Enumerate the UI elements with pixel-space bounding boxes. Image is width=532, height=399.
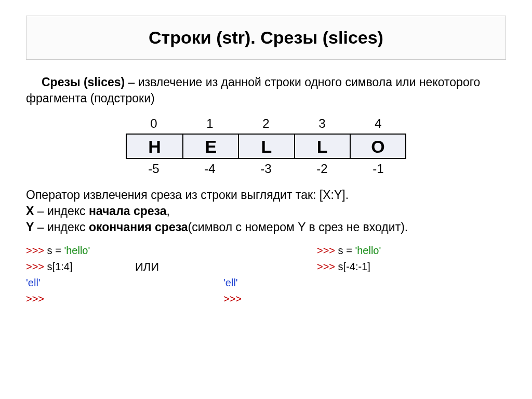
neg-idx-2: -3 <box>238 159 294 179</box>
code-col-left: >>> s = 'hello' >>> s[1:4] 'ell' >>> <box>26 243 135 307</box>
letter-cell-2: L <box>238 135 294 158</box>
explain-x-label: начала среза <box>89 204 167 218</box>
explain-line1: Оператор извлечения среза из строки выгл… <box>26 188 349 202</box>
code-line: >>> s[-4:-1] <box>317 259 405 275</box>
pos-idx-0: 0 <box>126 114 182 134</box>
code-col-or: ИЛИ <box>135 243 223 307</box>
code-line: >>> s = 'hello' <box>317 243 405 259</box>
explanation: Оператор извлечения среза из строки выгл… <box>26 187 506 235</box>
positive-index-row: 0 1 2 3 4 <box>126 114 406 134</box>
index-diagram: 0 1 2 3 4 H E L L O -5 -4 -3 -2 -1 <box>126 114 406 179</box>
letter-cell-4: O <box>350 135 405 158</box>
pos-idx-2: 2 <box>238 114 294 134</box>
letter-cell-3: L <box>294 135 350 158</box>
code-line: 'ell' <box>26 275 135 291</box>
code-examples: >>> s = 'hello' >>> s[1:4] 'ell' >>> ИЛИ… <box>26 243 506 307</box>
code-line: >>> <box>26 291 135 307</box>
pos-idx-3: 3 <box>294 114 350 134</box>
letters-row: H E L L O <box>126 134 406 159</box>
explain-y: Y <box>26 220 34 234</box>
title-box: Строки (str). Срезы (slices) <box>26 16 506 60</box>
neg-idx-4: -1 <box>350 159 406 179</box>
neg-idx-1: -4 <box>182 159 238 179</box>
neg-idx-0: -5 <box>126 159 182 179</box>
or-word: ИЛИ <box>135 260 159 273</box>
negative-index-row: -5 -4 -3 -2 -1 <box>126 159 406 179</box>
intro-paragraph: Срезы (slices) – извлечение из данной ст… <box>26 74 506 107</box>
code-col-right: >>> s = 'hello' >>> s[-4:-1] <box>317 243 405 307</box>
code-line <box>223 259 317 275</box>
code-line: >>> s[1:4] <box>26 259 135 275</box>
letter-cell-0: H <box>127 135 182 158</box>
page-title: Строки (str). Срезы (slices) <box>32 28 500 48</box>
code-col-mid: 'ell' >>> <box>223 243 317 307</box>
code-line <box>223 243 317 259</box>
intro-term: Срезы (slices) <box>42 75 125 89</box>
pos-idx-4: 4 <box>350 114 406 134</box>
code-line: >>> <box>223 291 317 307</box>
letter-cell-1: E <box>182 135 238 158</box>
explain-y-label: окончания среза <box>89 220 188 234</box>
neg-idx-3: -2 <box>294 159 350 179</box>
pos-idx-1: 1 <box>182 114 238 134</box>
explain-x: X <box>26 204 34 218</box>
code-line: 'ell' <box>223 275 317 291</box>
code-line: >>> s = 'hello' <box>26 243 135 259</box>
